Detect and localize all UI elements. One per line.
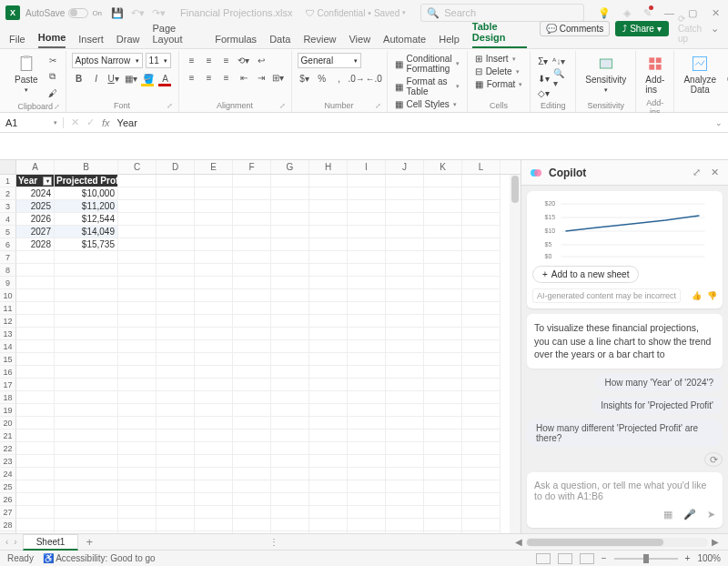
cell-F16[interactable]: [233, 366, 271, 379]
cell-F13[interactable]: [233, 328, 271, 340]
cell-E11[interactable]: [195, 302, 233, 315]
cell-K26[interactable]: [424, 493, 462, 506]
cell-G19[interactable]: [271, 404, 309, 417]
cell-B21[interactable]: [55, 430, 118, 442]
cell-J24[interactable]: [386, 468, 424, 480]
cell-J17[interactable]: [386, 379, 424, 391]
cell-H1[interactable]: [309, 175, 348, 187]
paste-button[interactable]: Paste▾: [11, 53, 42, 96]
cell-K3[interactable]: [424, 200, 462, 213]
expand-formula-bar-icon[interactable]: ⌄: [715, 118, 723, 127]
collapse-ribbon-icon[interactable]: ⌄: [711, 23, 719, 35]
cell-K13[interactable]: [424, 328, 462, 340]
cell-B4[interactable]: $12,544: [55, 213, 118, 226]
cell-C29[interactable]: [118, 531, 157, 533]
column-header-J[interactable]: J: [386, 160, 424, 174]
cell-I27[interactable]: [348, 506, 386, 519]
row-header[interactable]: 24: [0, 468, 16, 480]
tab-draw[interactable]: Draw: [116, 30, 140, 48]
cell-J29[interactable]: [386, 531, 424, 533]
cell-E25[interactable]: [195, 480, 233, 493]
cell-K22[interactable]: [424, 442, 462, 455]
cell-A7[interactable]: [16, 251, 55, 264]
cell-H6[interactable]: [309, 238, 348, 251]
indent-left-icon[interactable]: ⇤: [237, 70, 251, 85]
cell-K9[interactable]: [424, 277, 462, 289]
cell-B5[interactable]: $14,049: [55, 226, 118, 238]
cell-H19[interactable]: [309, 404, 348, 417]
cell-G2[interactable]: [271, 187, 309, 200]
cell-B8[interactable]: [55, 264, 118, 277]
cell-K16[interactable]: [424, 366, 462, 379]
copilot-mic-icon[interactable]: 🎤: [683, 509, 696, 521]
cell-I28[interactable]: [348, 519, 386, 531]
cell-C3[interactable]: [118, 200, 157, 213]
cell-K7[interactable]: [424, 251, 462, 264]
toggle-pill[interactable]: [68, 8, 88, 18]
cell-D23[interactable]: [157, 455, 195, 468]
cell-H23[interactable]: [309, 455, 348, 468]
cell-H13[interactable]: [309, 328, 348, 340]
cell-C5[interactable]: [118, 226, 157, 238]
cell-L17[interactable]: [462, 379, 500, 391]
cell-K28[interactable]: [424, 519, 462, 531]
row-header[interactable]: 5: [0, 226, 16, 238]
cell-C18[interactable]: [118, 391, 157, 404]
cell-E2[interactable]: [195, 187, 233, 200]
comments-button[interactable]: 💬 Comments: [540, 21, 610, 36]
cell-G25[interactable]: [271, 480, 309, 493]
cell-L7[interactable]: [462, 251, 500, 264]
cell-E9[interactable]: [195, 277, 233, 289]
cell-E3[interactable]: [195, 200, 233, 213]
cell-J9[interactable]: [386, 277, 424, 289]
alignment-launcher-icon[interactable]: ⤢: [279, 102, 286, 110]
cell-J12[interactable]: [386, 315, 424, 328]
cell-L6[interactable]: [462, 238, 500, 251]
cell-F20[interactable]: [233, 417, 271, 430]
cell-G21[interactable]: [271, 430, 309, 442]
row-header[interactable]: 25: [0, 480, 16, 493]
addins-button[interactable]: Add-ins: [642, 53, 668, 96]
row-header[interactable]: 26: [0, 493, 16, 506]
cell-I18[interactable]: [348, 391, 386, 404]
increase-decimal-icon[interactable]: .0→: [349, 71, 364, 86]
cell-C13[interactable]: [118, 328, 157, 340]
cell-B3[interactable]: $11,200: [55, 200, 118, 213]
clear-button[interactable]: ◇▾: [536, 87, 551, 99]
cell-J22[interactable]: [386, 442, 424, 455]
cell-G27[interactable]: [271, 506, 309, 519]
cell-I20[interactable]: [348, 417, 386, 430]
cell-K8[interactable]: [424, 264, 462, 277]
cell-L29[interactable]: [462, 531, 500, 533]
cell-E29[interactable]: [195, 531, 233, 533]
cell-F27[interactable]: [233, 506, 271, 519]
cell-styles-button[interactable]: ▦Cell Styles▾: [393, 98, 459, 110]
cell-A9[interactable]: [16, 277, 55, 289]
tab-review[interactable]: Review: [303, 30, 336, 48]
format-cells-button[interactable]: ▦Format▾: [473, 78, 525, 90]
cell-G17[interactable]: [271, 379, 309, 391]
zoom-in-button[interactable]: +: [685, 553, 691, 563]
thumbs-down-icon[interactable]: 👎: [707, 291, 717, 300]
cell-L10[interactable]: [462, 289, 500, 302]
align-left-icon[interactable]: ≡: [185, 70, 199, 85]
cell-B20[interactable]: [55, 417, 118, 430]
cell-L20[interactable]: [462, 417, 500, 430]
page-break-view-button[interactable]: [580, 553, 594, 564]
cell-G24[interactable]: [271, 468, 309, 480]
column-header-H[interactable]: H: [309, 160, 348, 174]
font-size-dropdown[interactable]: 11▾: [146, 53, 171, 68]
cell-F7[interactable]: [233, 251, 271, 264]
clipboard-launcher-icon[interactable]: ⤢: [54, 103, 60, 111]
number-format-dropdown[interactable]: General▾: [298, 53, 361, 68]
cell-I13[interactable]: [348, 328, 386, 340]
cell-C8[interactable]: [118, 264, 157, 277]
cell-E5[interactable]: [195, 226, 233, 238]
column-header-E[interactable]: E: [195, 160, 233, 174]
copilot-suggestion-3[interactable]: How many different 'Projected Profit' ar…: [527, 419, 723, 447]
cell-K12[interactable]: [424, 315, 462, 328]
copilot-input[interactable]: Ask a question, or tell me what you'd li…: [527, 472, 723, 528]
cell-A4[interactable]: 2026: [16, 213, 55, 226]
row-header[interactable]: 16: [0, 366, 16, 379]
cell-B7[interactable]: [55, 251, 118, 264]
